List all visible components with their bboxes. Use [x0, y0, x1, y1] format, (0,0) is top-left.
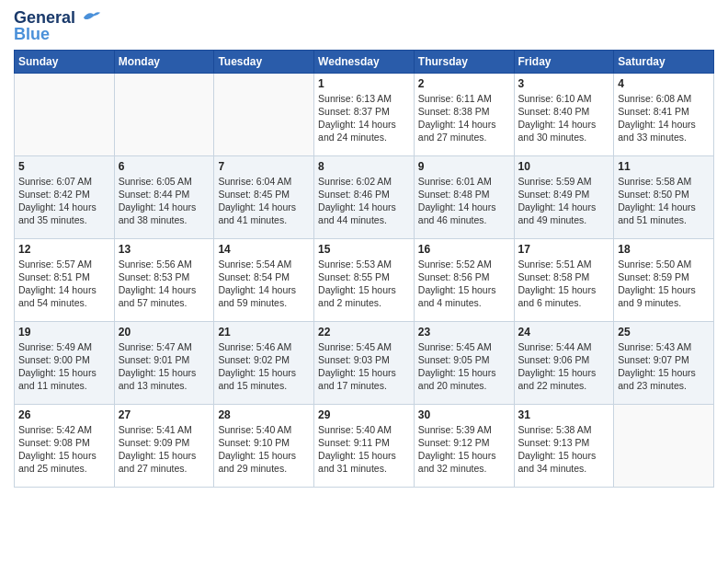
calendar-header-monday: Monday [114, 50, 214, 73]
logo-bird-icon [82, 9, 102, 21]
calendar-cell: 10Sunrise: 5:59 AM Sunset: 8:49 PM Dayli… [514, 155, 614, 238]
day-info: Sunrise: 5:45 AM Sunset: 9:05 PM Dayligh… [418, 340, 510, 393]
day-number: 9 [418, 160, 510, 173]
day-info: Sunrise: 6:11 AM Sunset: 8:38 PM Dayligh… [418, 92, 510, 144]
calendar-cell: 1Sunrise: 6:13 AM Sunset: 8:37 PM Daylig… [314, 73, 415, 155]
day-number: 25 [618, 326, 710, 339]
day-info: Sunrise: 5:43 AM Sunset: 9:07 PM Dayligh… [618, 340, 710, 393]
calendar-header-sunday: Sunday [15, 50, 115, 73]
day-number: 3 [518, 77, 610, 90]
day-info: Sunrise: 5:57 AM Sunset: 8:51 PM Dayligh… [18, 258, 110, 310]
day-info: Sunrise: 5:56 AM Sunset: 8:53 PM Dayligh… [119, 258, 210, 310]
day-info: Sunrise: 5:42 AM Sunset: 9:08 PM Dayligh… [18, 423, 110, 476]
day-info: Sunrise: 5:47 AM Sunset: 9:01 PM Dayligh… [119, 340, 210, 393]
day-number: 14 [218, 243, 310, 256]
calendar-cell: 29Sunrise: 5:40 AM Sunset: 9:11 PM Dayli… [314, 404, 415, 487]
calendar-cell: 18Sunrise: 5:50 AM Sunset: 8:59 PM Dayli… [614, 238, 714, 321]
day-number: 6 [119, 160, 210, 173]
day-number: 5 [18, 160, 110, 173]
calendar-week-row: 5Sunrise: 6:07 AM Sunset: 8:42 PM Daylig… [15, 155, 714, 238]
day-number: 16 [418, 243, 510, 256]
calendar-cell [614, 404, 714, 487]
calendar-header-saturday: Saturday [614, 50, 714, 73]
day-number: 12 [18, 243, 110, 256]
day-number: 21 [218, 326, 310, 339]
calendar-cell: 14Sunrise: 5:54 AM Sunset: 8:54 PM Dayli… [214, 238, 314, 321]
calendar-cell [114, 73, 214, 155]
day-info: Sunrise: 5:52 AM Sunset: 8:56 PM Dayligh… [418, 258, 510, 310]
calendar-cell: 30Sunrise: 5:39 AM Sunset: 9:12 PM Dayli… [414, 404, 514, 487]
day-info: Sunrise: 5:54 AM Sunset: 8:54 PM Dayligh… [218, 258, 310, 310]
day-info: Sunrise: 5:58 AM Sunset: 8:50 PM Dayligh… [618, 175, 710, 227]
day-info: Sunrise: 5:45 AM Sunset: 9:03 PM Dayligh… [318, 340, 410, 393]
calendar-header-wednesday: Wednesday [314, 50, 415, 73]
day-info: Sunrise: 6:08 AM Sunset: 8:41 PM Dayligh… [618, 92, 710, 144]
day-info: Sunrise: 5:38 AM Sunset: 9:13 PM Dayligh… [518, 423, 610, 476]
day-number: 20 [119, 326, 210, 339]
day-info: Sunrise: 5:40 AM Sunset: 9:11 PM Dayligh… [318, 423, 410, 476]
day-info: Sunrise: 5:59 AM Sunset: 8:49 PM Dayligh… [518, 175, 610, 227]
day-number: 27 [119, 408, 210, 421]
calendar-cell: 20Sunrise: 5:47 AM Sunset: 9:01 PM Dayli… [114, 321, 214, 404]
calendar-header-tuesday: Tuesday [214, 50, 314, 73]
day-number: 1 [318, 77, 410, 90]
calendar-cell: 27Sunrise: 5:41 AM Sunset: 9:09 PM Dayli… [114, 404, 214, 487]
calendar-body: 1Sunrise: 6:13 AM Sunset: 8:37 PM Daylig… [15, 73, 714, 487]
calendar-cell: 25Sunrise: 5:43 AM Sunset: 9:07 PM Dayli… [614, 321, 714, 404]
day-number: 11 [618, 160, 710, 173]
calendar-header-friday: Friday [514, 50, 614, 73]
calendar-cell: 8Sunrise: 6:02 AM Sunset: 8:46 PM Daylig… [314, 155, 415, 238]
day-info: Sunrise: 6:01 AM Sunset: 8:48 PM Dayligh… [418, 175, 510, 227]
calendar-cell: 17Sunrise: 5:51 AM Sunset: 8:58 PM Dayli… [514, 238, 614, 321]
calendar-cell [214, 73, 314, 155]
logo: General Blue [14, 9, 102, 44]
day-number: 7 [218, 160, 310, 173]
day-number: 10 [518, 160, 610, 173]
calendar-cell: 2Sunrise: 6:11 AM Sunset: 8:38 PM Daylig… [414, 73, 514, 155]
day-info: Sunrise: 6:05 AM Sunset: 8:44 PM Dayligh… [119, 175, 210, 227]
calendar-cell: 15Sunrise: 5:53 AM Sunset: 8:55 PM Dayli… [314, 238, 415, 321]
calendar-cell: 22Sunrise: 5:45 AM Sunset: 9:03 PM Dayli… [314, 321, 415, 404]
calendar-header-thursday: Thursday [414, 50, 514, 73]
calendar-header-row: SundayMondayTuesdayWednesdayThursdayFrid… [15, 50, 714, 73]
calendar-week-row: 19Sunrise: 5:49 AM Sunset: 9:00 PM Dayli… [15, 321, 714, 404]
day-number: 26 [18, 408, 110, 421]
day-info: Sunrise: 5:39 AM Sunset: 9:12 PM Dayligh… [418, 423, 510, 476]
calendar-cell: 4Sunrise: 6:08 AM Sunset: 8:41 PM Daylig… [614, 73, 714, 155]
logo-general: General [14, 8, 75, 27]
day-info: Sunrise: 6:04 AM Sunset: 8:45 PM Dayligh… [218, 175, 310, 227]
calendar-cell [15, 73, 115, 155]
day-info: Sunrise: 5:46 AM Sunset: 9:02 PM Dayligh… [218, 340, 310, 393]
calendar-cell: 5Sunrise: 6:07 AM Sunset: 8:42 PM Daylig… [15, 155, 115, 238]
day-info: Sunrise: 6:10 AM Sunset: 8:40 PM Dayligh… [518, 92, 610, 144]
day-info: Sunrise: 6:02 AM Sunset: 8:46 PM Dayligh… [318, 175, 410, 227]
day-number: 23 [418, 326, 510, 339]
calendar-cell: 7Sunrise: 6:04 AM Sunset: 8:45 PM Daylig… [214, 155, 314, 238]
day-number: 28 [218, 408, 310, 421]
day-info: Sunrise: 6:07 AM Sunset: 8:42 PM Dayligh… [18, 175, 110, 227]
day-number: 31 [518, 408, 610, 421]
day-number: 18 [618, 243, 710, 256]
day-info: Sunrise: 5:40 AM Sunset: 9:10 PM Dayligh… [218, 423, 310, 476]
header: General Blue [14, 9, 714, 44]
calendar-cell: 6Sunrise: 6:05 AM Sunset: 8:44 PM Daylig… [114, 155, 214, 238]
calendar-table: SundayMondayTuesdayWednesdayThursdayFrid… [14, 50, 714, 488]
calendar-cell: 26Sunrise: 5:42 AM Sunset: 9:08 PM Dayli… [15, 404, 115, 487]
calendar-week-row: 12Sunrise: 5:57 AM Sunset: 8:51 PM Dayli… [15, 238, 714, 321]
day-number: 19 [18, 326, 110, 339]
day-info: Sunrise: 5:53 AM Sunset: 8:55 PM Dayligh… [318, 258, 410, 310]
day-number: 2 [418, 77, 510, 90]
calendar-week-row: 1Sunrise: 6:13 AM Sunset: 8:37 PM Daylig… [15, 73, 714, 155]
day-number: 29 [318, 408, 410, 421]
day-number: 30 [418, 408, 510, 421]
logo-blue: Blue [14, 26, 50, 44]
calendar-cell: 24Sunrise: 5:44 AM Sunset: 9:06 PM Dayli… [514, 321, 614, 404]
calendar-cell: 3Sunrise: 6:10 AM Sunset: 8:40 PM Daylig… [514, 73, 614, 155]
calendar-cell: 11Sunrise: 5:58 AM Sunset: 8:50 PM Dayli… [614, 155, 714, 238]
day-info: Sunrise: 6:13 AM Sunset: 8:37 PM Dayligh… [318, 92, 410, 144]
calendar-cell: 9Sunrise: 6:01 AM Sunset: 8:48 PM Daylig… [414, 155, 514, 238]
day-info: Sunrise: 5:50 AM Sunset: 8:59 PM Dayligh… [618, 258, 710, 310]
day-number: 15 [318, 243, 410, 256]
calendar-cell: 21Sunrise: 5:46 AM Sunset: 9:02 PM Dayli… [214, 321, 314, 404]
day-info: Sunrise: 5:44 AM Sunset: 9:06 PM Dayligh… [518, 340, 610, 393]
